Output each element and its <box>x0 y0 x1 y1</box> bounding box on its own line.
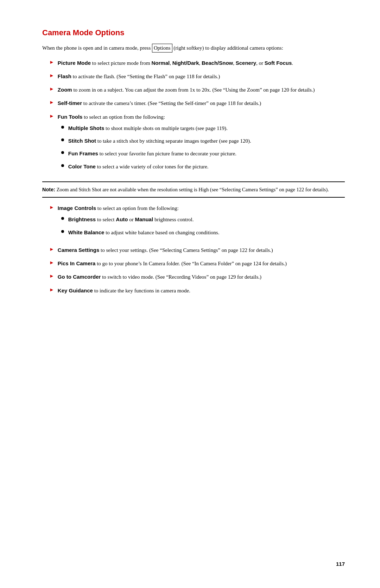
arrow-icon: ► <box>49 60 54 65</box>
manual-label: Manual <box>135 216 153 222</box>
arrow-icon: ► <box>49 113 54 119</box>
sub-item-fun-frames: Fun Frames to select your favorite fun p… <box>61 149 345 158</box>
zoom-label: Zoom <box>58 87 72 93</box>
stitch-shot-label: Stitch Shot <box>68 138 96 144</box>
flash-content: Flash to activate the flash. (See “Setti… <box>58 72 345 81</box>
note-box: Note: Zoom and Stitch Shot are not avail… <box>42 181 345 198</box>
arrow-icon: ► <box>49 260 54 266</box>
white-balance-label: White Balance <box>68 229 104 235</box>
key-guidance-label: Key Guidance <box>58 287 93 293</box>
brightness-content: Brightness to select Auto or Manual brig… <box>68 215 345 224</box>
sub-item-color-tone: Color Tone to select a wide variety of c… <box>61 162 345 171</box>
main-bullet-list-2: ► Image Controls to select an option fro… <box>42 204 345 295</box>
page-number: 117 <box>336 561 345 567</box>
pics-in-camera-label: Pics In Camera <box>58 260 96 266</box>
bullet-item-zoom: ► Zoom to zoom in on a subject. You can … <box>42 86 345 94</box>
bullet-item-pics-in-camera: ► Pics In Camera to go to your phone’s I… <box>42 259 345 268</box>
arrow-icon: ► <box>49 247 54 252</box>
arrow-icon: ► <box>49 86 54 92</box>
arrow-icon: ► <box>49 205 54 210</box>
arrow-icon: ► <box>49 273 54 279</box>
stitch-shot-content: Stitch Shot to take a stitch shot by sti… <box>68 137 345 145</box>
color-tone-content: Color Tone to select a wide variety of c… <box>68 162 345 171</box>
intro-text-after: (right softkey) to display additional ca… <box>172 45 283 51</box>
arrow-icon: ► <box>49 100 54 105</box>
image-controls-label: Image Controls <box>58 205 96 211</box>
dot-icon <box>61 217 64 220</box>
nightdark-label: Night/Dark <box>172 60 199 66</box>
page-container: Camera Mode Options When the phone is op… <box>0 0 380 328</box>
key-guidance-content: Key Guidance to indicate the key functio… <box>58 286 345 295</box>
dot-icon <box>61 138 64 141</box>
intro-paragraph: When the phone is open and in camera mod… <box>42 44 345 52</box>
bullet-item-camera-settings: ► Camera Settings to select your setting… <box>42 246 345 254</box>
picture-mode-label: Picture Mode <box>58 60 91 66</box>
sub-item-multiple-shots: Multiple Shots to shoot multiple shots o… <box>61 124 345 132</box>
intro-text-before: When the phone is open and in camera mod… <box>42 45 152 51</box>
go-to-camcorder-label: Go to Camcorder <box>58 274 101 280</box>
multiple-shots-content: Multiple Shots to shoot multiple shots o… <box>68 124 345 132</box>
bullet-item-picture-mode: ► Picture Mode to select picture mode fr… <box>42 59 345 67</box>
normal-label: Normal <box>152 60 170 66</box>
multiple-shots-label: Multiple Shots <box>68 125 104 131</box>
color-tone-label: Color Tone <box>68 163 96 169</box>
options-key: Options <box>152 44 172 52</box>
bullet-item-image-controls: ► Image Controls to select an option fro… <box>42 204 345 241</box>
self-timer-content: Self-timer to activate the camera’s time… <box>58 99 345 107</box>
dot-icon <box>61 151 64 154</box>
image-controls-content: Image Controls to select an option from … <box>58 204 345 241</box>
fun-tools-content: Fun Tools to select an option from the f… <box>58 113 345 175</box>
bullet-item-fun-tools: ► Fun Tools to select an option from the… <box>42 113 345 175</box>
image-controls-sub-list: Brightness to select Auto or Manual brig… <box>61 215 345 237</box>
zoom-content: Zoom to zoom in on a subject. You can ad… <box>58 86 345 94</box>
sub-item-stitch-shot: Stitch Shot to take a stitch shot by sti… <box>61 137 345 145</box>
dot-icon <box>61 164 64 167</box>
main-bullet-list: ► Picture Mode to select picture mode fr… <box>42 59 345 175</box>
fun-frames-label: Fun Frames <box>68 150 98 156</box>
picture-mode-content: Picture Mode to select picture mode from… <box>58 59 345 67</box>
brightness-label: Brightness <box>68 216 96 222</box>
sub-item-white-balance: White Balance to adjust white balance ba… <box>61 228 345 237</box>
auto-label: Auto <box>116 216 128 222</box>
pics-in-camera-content: Pics In Camera to go to your phone’s In … <box>58 259 345 268</box>
arrow-icon: ► <box>49 287 54 293</box>
note-label: Note: <box>42 187 55 192</box>
fun-tools-label: Fun Tools <box>58 114 83 120</box>
camera-settings-content: Camera Settings to select your settings.… <box>58 246 345 254</box>
note-text: Zoom and Stitch Shot are not available w… <box>57 187 329 192</box>
bullet-item-flash: ► Flash to activate the flash. (See “Set… <box>42 72 345 81</box>
dot-icon <box>61 126 64 129</box>
bullet-item-self-timer: ► Self-timer to activate the camera’s ti… <box>42 99 345 107</box>
go-to-camcorder-content: Go to Camcorder to switch to video mode.… <box>58 273 345 281</box>
dot-icon <box>61 230 64 233</box>
scenery-label: Scenery <box>236 60 256 66</box>
section-title: Camera Mode Options <box>42 28 345 37</box>
sub-item-brightness: Brightness to select Auto or Manual brig… <box>61 215 345 224</box>
white-balance-content: White Balance to adjust white balance ba… <box>68 228 345 237</box>
fun-frames-content: Fun Frames to select your favorite fun p… <box>68 149 345 158</box>
camera-settings-label: Camera Settings <box>58 247 99 253</box>
softfocus-label: Soft Focus <box>265 60 292 66</box>
flash-label: Flash <box>58 73 71 79</box>
bullet-item-key-guidance: ► Key Guidance to indicate the key funct… <box>42 286 345 295</box>
fun-tools-sub-list: Multiple Shots to shoot multiple shots o… <box>61 124 345 171</box>
bullet-item-go-to-camcorder: ► Go to Camcorder to switch to video mod… <box>42 273 345 281</box>
self-timer-label: Self-timer <box>58 100 82 106</box>
beachsnow-label: Beach/Snow <box>202 60 233 66</box>
arrow-icon: ► <box>49 73 54 79</box>
